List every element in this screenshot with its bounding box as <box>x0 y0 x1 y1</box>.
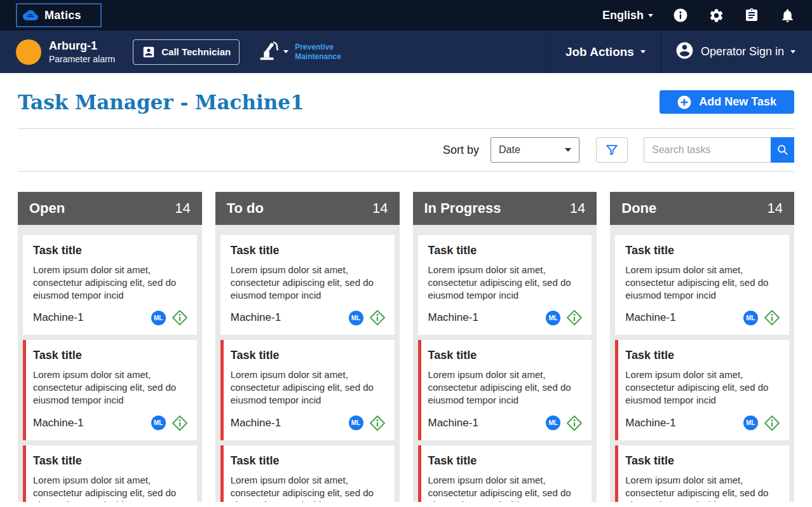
sort-by-label: Sort by <box>443 144 479 157</box>
task-machine-label: Machine-1 <box>428 311 478 324</box>
task-icons: ML <box>546 415 583 431</box>
column-title: To do <box>227 200 264 217</box>
preventive-maintenance-label: Preventive Maintenance <box>295 43 341 62</box>
info-diamond-icon[interactable] <box>172 309 188 326</box>
task-card[interactable]: Task titleLorem ipsum dolor sit amet, co… <box>418 340 592 440</box>
filter-funnel-icon <box>605 143 619 157</box>
task-card[interactable]: Task titleLorem ipsum dolor sit amet, co… <box>23 445 197 502</box>
add-new-task-label: Add New Task <box>699 95 776 109</box>
task-card[interactable]: Task titleLorem ipsum dolor sit amet, co… <box>615 445 789 502</box>
column-body: Task titleLorem ipsum dolor sit amet, co… <box>18 225 202 502</box>
ml-badge: ML <box>743 311 758 325</box>
robot-arm-icon <box>256 39 280 65</box>
sort-select[interactable]: Date <box>491 137 579 163</box>
task-body: Lorem ipsum dolor sit amet, consectetur … <box>625 264 780 301</box>
job-actions-label: Job Actions <box>565 45 634 59</box>
ml-badge: ML <box>151 311 166 325</box>
task-machine-label: Machine-1 <box>33 417 83 429</box>
task-footer: Machine-1ML <box>231 415 386 431</box>
task-title: Task title <box>428 349 583 362</box>
caret-down-icon <box>640 50 646 53</box>
info-diamond-icon[interactable] <box>369 309 386 326</box>
search-group <box>644 137 794 163</box>
task-card[interactable]: Task titleLorem ipsum dolor sit amet, co… <box>418 235 592 335</box>
task-card[interactable]: Task titleLorem ipsum dolor sit amet, co… <box>615 235 789 335</box>
column-title: Done <box>621 200 656 217</box>
language-selector[interactable]: English <box>602 9 653 22</box>
search-button[interactable] <box>771 137 794 163</box>
operator-signin-button[interactable]: Operator Sign in <box>661 30 812 73</box>
task-footer: Machine-1ML <box>231 309 386 326</box>
ml-badge: ML <box>743 416 758 430</box>
info-diamond-icon[interactable] <box>566 415 583 431</box>
ml-badge: ML <box>349 311 363 325</box>
task-icons: ML <box>151 309 188 326</box>
divider <box>18 128 794 129</box>
task-body: Lorem ipsum dolor sit amet, consectetur … <box>625 368 780 406</box>
cloud-icon <box>22 7 39 24</box>
task-body: Lorem ipsum dolor sit amet, consectetur … <box>625 474 780 502</box>
info-diamond-icon[interactable] <box>172 415 188 431</box>
task-footer: Machine-1ML <box>625 309 780 326</box>
topbar-actions: English <box>602 7 795 24</box>
kanban-column: Open14Task titleLorem ipsum dolor sit am… <box>18 192 202 502</box>
task-icons: ML <box>349 415 386 431</box>
column-title: In Progress <box>424 200 501 217</box>
search-icon <box>776 144 789 156</box>
brand-name: Matics <box>44 9 81 22</box>
language-label: English <box>602 9 644 22</box>
kanban-board: Open14Task titleLorem ipsum dolor sit am… <box>18 192 794 502</box>
call-technician-button[interactable]: Call Technician <box>133 39 240 65</box>
main-content: Task Manager - Machine1 Add New Task Sor… <box>0 90 812 502</box>
info-icon[interactable] <box>672 7 689 24</box>
task-title: Task title <box>428 244 583 257</box>
task-body: Lorem ipsum dolor sit amet, consectetur … <box>33 368 188 406</box>
preventive-maintenance-button[interactable]: Preventive Maintenance <box>256 39 341 65</box>
task-machine-label: Machine-1 <box>33 311 83 324</box>
machine-status: Parameter alarm <box>49 54 115 64</box>
info-diamond-icon[interactable] <box>764 309 780 326</box>
task-footer: Machine-1ML <box>33 309 188 326</box>
ml-badge: ML <box>349 416 363 430</box>
add-new-task-button[interactable]: Add New Task <box>660 90 794 114</box>
task-footer: Machine-1ML <box>625 415 780 431</box>
task-card[interactable]: Task titleLorem ipsum dolor sit amet, co… <box>615 340 789 440</box>
call-technician-label: Call Technician <box>161 46 231 57</box>
task-card[interactable]: Task titleLorem ipsum dolor sit amet, co… <box>23 340 197 440</box>
job-actions-button[interactable]: Job Actions <box>550 30 661 73</box>
task-body: Lorem ipsum dolor sit amet, consectetur … <box>231 474 386 502</box>
column-header: In Progress14 <box>413 192 597 225</box>
clipboard-icon[interactable] <box>743 7 760 24</box>
column-count: 14 <box>175 200 190 217</box>
task-card[interactable]: Task titleLorem ipsum dolor sit amet, co… <box>220 235 395 335</box>
task-title: Task title <box>625 349 780 362</box>
search-input[interactable] <box>644 137 771 163</box>
task-title: Task title <box>625 454 780 468</box>
task-body: Lorem ipsum dolor sit amet, consectetur … <box>428 264 583 301</box>
task-machine-label: Machine-1 <box>231 311 281 324</box>
task-icons: ML <box>743 309 780 326</box>
task-card[interactable]: Task titleLorem ipsum dolor sit amet, co… <box>220 340 395 440</box>
task-card[interactable]: Task titleLorem ipsum dolor sit amet, co… <box>23 235 197 335</box>
task-machine-label: Machine-1 <box>231 417 281 429</box>
column-header: To do14 <box>215 192 400 225</box>
brand-logo[interactable]: Matics <box>16 3 102 27</box>
info-diamond-icon[interactable] <box>566 309 583 326</box>
column-count: 14 <box>570 200 585 217</box>
topbar: Matics English <box>0 0 812 30</box>
kanban-column: In Progress14Task titleLorem ipsum dolor… <box>413 192 597 502</box>
task-card[interactable]: Task titleLorem ipsum dolor sit amet, co… <box>220 445 395 502</box>
task-card[interactable]: Task titleLorem ipsum dolor sit amet, co… <box>418 445 592 502</box>
machine-avatar[interactable] <box>16 39 41 65</box>
ml-badge: ML <box>151 416 166 430</box>
filter-button[interactable] <box>596 137 628 163</box>
column-header: Done14 <box>610 192 794 225</box>
preventive-line1: Preventive <box>295 43 341 52</box>
info-diamond-icon[interactable] <box>764 415 780 431</box>
gear-icon[interactable] <box>708 7 724 24</box>
column-body: Task titleLorem ipsum dolor sit amet, co… <box>610 225 794 502</box>
task-title: Task title <box>428 454 583 468</box>
bell-icon[interactable] <box>779 7 795 24</box>
info-diamond-icon[interactable] <box>369 415 386 431</box>
task-icons: ML <box>349 309 386 326</box>
